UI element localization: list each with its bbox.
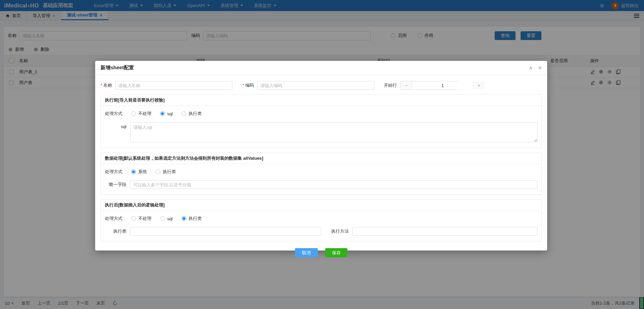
code-input[interactable]: [257, 81, 374, 90]
radio-circle-icon: [182, 216, 186, 221]
section-data-process: 数据处理[默认系统处理，如果选定方法则方法会得到所有封装的数据集 allValu…: [101, 153, 542, 195]
start-row-stepper: − +: [400, 81, 458, 90]
modal-body: 名称 编码 开始行 − + 执行前[导入前是否要执行校验]: [95, 75, 547, 263]
execute-method-label: 执行方法: [331, 228, 349, 234]
modal-basic-fields: 名称 编码 开始行 − +: [101, 81, 542, 90]
modal-header: 新增sheet配置 ∧ ×: [95, 61, 547, 75]
radio-circle-icon: [131, 111, 136, 116]
radio-sql[interactable]: sql: [160, 111, 173, 116]
unique-field-input[interactable]: [130, 180, 537, 189]
process-mode-row: 处理方式 系统 执行类: [105, 169, 537, 175]
section-title: 数据处理[默认系统处理，如果选定方法则方法会得到所有封装的数据集 allValu…: [101, 153, 541, 164]
modal-footer: 取消 保存: [101, 248, 542, 263]
section-title: 执行前[导入前是否要执行校验]: [101, 95, 541, 106]
name-label: 名称: [101, 82, 112, 88]
radio-execute-class[interactable]: 执行类: [182, 111, 202, 117]
sql-label: sql: [105, 122, 130, 129]
radio-system[interactable]: 系统: [131, 169, 147, 175]
section-title: 执行后[数据插入后的逻辑处理]: [101, 200, 541, 211]
code-label: 编码: [242, 82, 254, 88]
radio-sql[interactable]: sql: [160, 216, 173, 221]
radio-circle-icon: [182, 111, 186, 116]
process-mode-row: 处理方式 不处理 sql 执行类: [105, 111, 537, 117]
radio-execute-class[interactable]: 执行类: [182, 216, 202, 222]
process-mode-row: 处理方式 不处理 sql 执行类: [105, 216, 537, 222]
close-icon[interactable]: ×: [538, 65, 542, 71]
radio-circle-icon: [131, 169, 136, 174]
app-root: iMedical®HO 基础应用框架 Excel管理 测试 组织人员 OpenA…: [0, 0, 644, 309]
stepper-minus-button[interactable]: −: [401, 81, 412, 89]
start-row-value-input[interactable]: [412, 81, 473, 89]
execute-class-label: 执行类: [105, 228, 130, 234]
radio-circle-icon: [160, 216, 165, 221]
unique-field-label: 唯一字段: [105, 182, 130, 188]
radio-no-process[interactable]: 不处理: [131, 216, 151, 222]
execute-class-input[interactable]: [130, 227, 321, 236]
radio-no-process[interactable]: 不处理: [131, 111, 151, 117]
stepper-plus-button[interactable]: +: [473, 81, 485, 89]
radio-circle-icon: [160, 111, 165, 116]
execute-method-input[interactable]: [352, 227, 537, 236]
radio-execute-class[interactable]: 执行类: [156, 169, 176, 175]
name-input[interactable]: [115, 81, 232, 90]
section-before-execute: 执行前[导入前是否要执行校验] 处理方式 不处理 sql: [101, 94, 542, 148]
radio-circle-icon: [156, 169, 160, 174]
stats-monitor-widget: [639, 297, 644, 309]
sql-textarea[interactable]: [130, 122, 537, 142]
add-sheet-config-modal: 新增sheet配置 ∧ × 名称 编码 开始行 −: [95, 61, 547, 250]
modal-title: 新增sheet配置: [101, 65, 134, 71]
save-button[interactable]: 保存: [325, 248, 347, 257]
radio-circle-icon: [131, 216, 136, 221]
section-after-execute: 执行后[数据插入后的逻辑处理] 处理方式 不处理 sql: [101, 199, 542, 241]
cancel-button[interactable]: 取消: [295, 248, 318, 257]
collapse-icon[interactable]: ∧: [529, 65, 533, 71]
start-row-label: 开始行: [384, 82, 397, 88]
